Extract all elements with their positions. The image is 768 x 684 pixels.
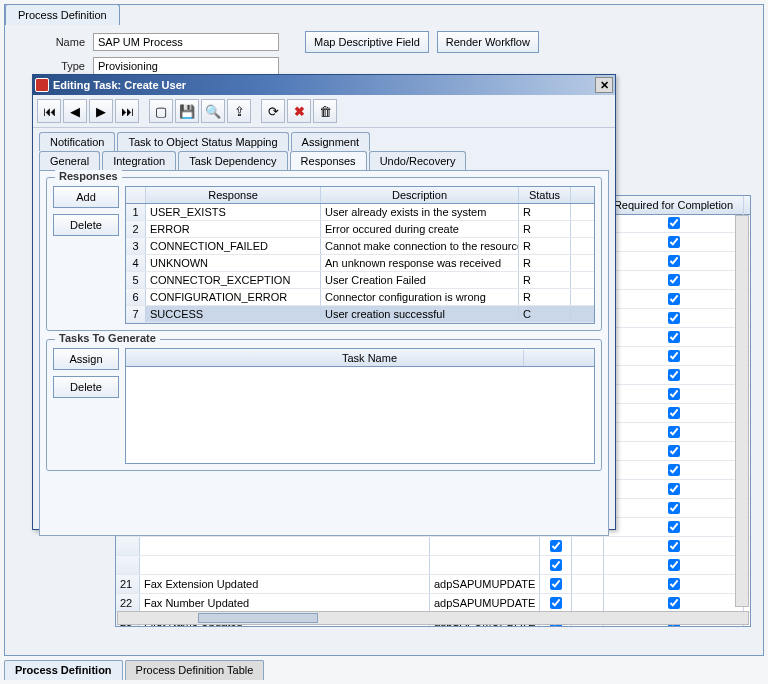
required-completion-checkbox[interactable] <box>668 578 680 590</box>
description-cell: User creation successful <box>321 306 519 322</box>
table-row[interactable]: 21Fax Extension UpdatedadpSAPUMUPDATE <box>116 575 750 594</box>
response-cell: CONFIGURATION_ERROR <box>146 289 321 305</box>
type-input[interactable] <box>93 57 279 75</box>
save-button[interactable]: 💾 <box>175 99 199 123</box>
required-completion-checkbox[interactable] <box>668 445 680 457</box>
next-record-button[interactable]: ▶ <box>89 99 113 123</box>
checkbox[interactable] <box>550 597 562 609</box>
description-cell: An unknown response was received <box>321 255 519 271</box>
render-workflow-button[interactable]: Render Workflow <box>437 31 539 53</box>
response-row[interactable]: 3CONNECTION_FAILEDCannot make connection… <box>126 238 594 255</box>
response-row[interactable]: 1USER_EXISTSUser already exists in the s… <box>126 204 594 221</box>
row-number: 22 <box>116 594 140 612</box>
outer-tab-process-definition[interactable]: Process Definition <box>5 4 120 25</box>
status-cell: C <box>519 306 571 322</box>
map-descriptive-field-button[interactable]: Map Descriptive Field <box>305 31 429 53</box>
required-completion-checkbox[interactable] <box>668 597 680 609</box>
required-completion-checkbox[interactable] <box>668 521 680 533</box>
adapter-cell: adpSAPUMUPDATE <box>430 575 540 593</box>
responses-grid[interactable]: Response Description Status 1USER_EXISTS… <box>125 186 595 324</box>
tab-notification[interactable]: Notification <box>39 132 115 151</box>
refresh-icon: ⟳ <box>268 105 279 118</box>
responses-delete-button[interactable]: Delete <box>53 214 119 236</box>
tab-assignment[interactable]: Assignment <box>291 132 370 151</box>
editing-task-dialog: Editing Task: Create User ✕ ⏮ ◀ ▶ ⏭ ▢ 💾 … <box>32 74 616 530</box>
tab-general[interactable]: General <box>39 151 100 170</box>
export-button[interactable]: ⇪ <box>227 99 251 123</box>
last-record-button[interactable]: ⏭ <box>115 99 139 123</box>
required-completion-checkbox[interactable] <box>668 312 680 324</box>
name-label: Name <box>15 36 85 48</box>
required-completion-checkbox[interactable] <box>668 559 680 571</box>
dialog-titlebar[interactable]: Editing Task: Create User ✕ <box>33 75 615 95</box>
table-row[interactable] <box>116 537 750 556</box>
close-x-icon: ✖ <box>294 105 305 118</box>
new-button[interactable]: ▢ <box>149 99 173 123</box>
tasks-delete-button[interactable]: Delete <box>53 376 119 398</box>
save-icon: 💾 <box>179 105 195 118</box>
description-cell: Connector configuration is wrong <box>321 289 519 305</box>
row-number: 6 <box>126 289 146 305</box>
required-completion-checkbox[interactable] <box>668 407 680 419</box>
bottom-tab-process-definition-table[interactable]: Process Definition Table <box>125 660 265 680</box>
required-completion-checkbox[interactable] <box>668 464 680 476</box>
prev-record-button[interactable]: ◀ <box>63 99 87 123</box>
required-completion-checkbox[interactable] <box>668 293 680 305</box>
trash-button[interactable]: 🗑 <box>313 99 337 123</box>
tab-task-to-object-status-mapping[interactable]: Task to Object Status Mapping <box>117 132 288 151</box>
required-completion-checkbox[interactable] <box>668 502 680 514</box>
required-completion-checkbox[interactable] <box>668 540 680 552</box>
required-completion-checkbox[interactable] <box>668 217 680 229</box>
responses-header-description[interactable]: Description <box>321 187 519 203</box>
cancel-button[interactable]: ✖ <box>287 99 311 123</box>
row-number: 2 <box>126 221 146 237</box>
description-cell: Error occured during create <box>321 221 519 237</box>
response-row[interactable]: 6CONFIGURATION_ERRORConnector configurat… <box>126 289 594 306</box>
required-completion-checkbox[interactable] <box>668 236 680 248</box>
find-button[interactable]: 🔍 <box>201 99 225 123</box>
table-row[interactable] <box>116 556 750 575</box>
required-completion-checkbox[interactable] <box>668 483 680 495</box>
response-cell: CONNECTION_FAILED <box>146 238 321 254</box>
scroll-thumb[interactable] <box>198 613 318 623</box>
description-cell: Cannot make connection to the resource <box>321 238 519 254</box>
checkbox[interactable] <box>550 578 562 590</box>
bottom-tab-process-definition[interactable]: Process Definition <box>4 660 123 680</box>
tab-integration[interactable]: Integration <box>102 151 176 170</box>
required-completion-checkbox[interactable] <box>668 388 680 400</box>
vertical-scrollbar[interactable] <box>735 215 749 607</box>
horizontal-scrollbar[interactable] <box>117 611 749 625</box>
response-row[interactable]: 5CONNECTOR_EXCEPTIONUser Creation Failed… <box>126 272 594 289</box>
response-row[interactable]: 7SUCCESSUser creation successfulC <box>126 306 594 323</box>
required-completion-header[interactable]: Required for Completion <box>604 196 744 214</box>
first-icon: ⏮ <box>43 105 56 118</box>
close-icon[interactable]: ✕ <box>595 77 613 93</box>
responses-header-status[interactable]: Status <box>519 187 571 203</box>
status-cell: R <box>519 204 571 220</box>
required-completion-checkbox[interactable] <box>668 331 680 343</box>
required-completion-checkbox[interactable] <box>668 426 680 438</box>
checkbox[interactable] <box>550 559 562 571</box>
description-cell: User Creation Failed <box>321 272 519 288</box>
refresh-button[interactable]: ⟳ <box>261 99 285 123</box>
tab-responses[interactable]: Responses <box>290 151 367 170</box>
status-cell: R <box>519 255 571 271</box>
required-completion-checkbox[interactable] <box>668 369 680 381</box>
required-completion-checkbox[interactable] <box>668 255 680 267</box>
oracle-icon <box>35 78 49 92</box>
responses-add-button[interactable]: Add <box>53 186 119 208</box>
response-row[interactable]: 2ERRORError occured during createR <box>126 221 594 238</box>
tasks-generate-group-title: Tasks To Generate <box>55 332 160 344</box>
tasks-assign-button[interactable]: Assign <box>53 348 119 370</box>
first-record-button[interactable]: ⏮ <box>37 99 61 123</box>
response-row[interactable]: 4UNKNOWNAn unknown response was received… <box>126 255 594 272</box>
tab-undo-recovery[interactable]: Undo/Recovery <box>369 151 467 170</box>
responses-header-response[interactable]: Response <box>146 187 321 203</box>
required-completion-checkbox[interactable] <box>668 274 680 286</box>
tab-task-dependency[interactable]: Task Dependency <box>178 151 287 170</box>
name-input[interactable] <box>93 33 279 51</box>
tasks-generate-header[interactable]: Task Name <box>216 350 524 366</box>
tasks-generate-grid[interactable]: Task Name <box>125 348 595 464</box>
checkbox[interactable] <box>550 540 562 552</box>
required-completion-checkbox[interactable] <box>668 350 680 362</box>
